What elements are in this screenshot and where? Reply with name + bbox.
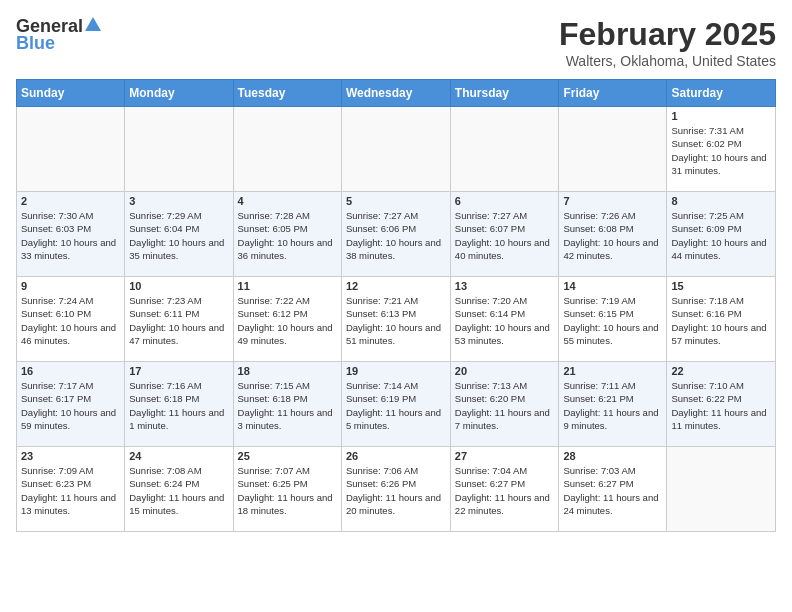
day-number: 8 (671, 195, 771, 207)
day-number: 27 (455, 450, 555, 462)
day-number: 16 (21, 365, 120, 377)
day-sun-info: Sunrise: 7:28 AMSunset: 6:05 PMDaylight:… (238, 209, 337, 262)
day-sun-info: Sunrise: 7:13 AMSunset: 6:20 PMDaylight:… (455, 379, 555, 432)
calendar-cell (559, 107, 667, 192)
day-sun-info: Sunrise: 7:27 AMSunset: 6:07 PMDaylight:… (455, 209, 555, 262)
calendar-cell: 26Sunrise: 7:06 AMSunset: 6:26 PMDayligh… (341, 447, 450, 532)
column-header-wednesday: Wednesday (341, 80, 450, 107)
day-number: 18 (238, 365, 337, 377)
day-number: 7 (563, 195, 662, 207)
day-number: 3 (129, 195, 228, 207)
day-sun-info: Sunrise: 7:20 AMSunset: 6:14 PMDaylight:… (455, 294, 555, 347)
day-sun-info: Sunrise: 7:03 AMSunset: 6:27 PMDaylight:… (563, 464, 662, 517)
calendar-cell: 23Sunrise: 7:09 AMSunset: 6:23 PMDayligh… (17, 447, 125, 532)
day-number: 1 (671, 110, 771, 122)
day-number: 15 (671, 280, 771, 292)
calendar-cell: 4Sunrise: 7:28 AMSunset: 6:05 PMDaylight… (233, 192, 341, 277)
day-sun-info: Sunrise: 7:17 AMSunset: 6:17 PMDaylight:… (21, 379, 120, 432)
day-number: 20 (455, 365, 555, 377)
day-sun-info: Sunrise: 7:09 AMSunset: 6:23 PMDaylight:… (21, 464, 120, 517)
day-sun-info: Sunrise: 7:25 AMSunset: 6:09 PMDaylight:… (671, 209, 771, 262)
day-number: 6 (455, 195, 555, 207)
day-sun-info: Sunrise: 7:07 AMSunset: 6:25 PMDaylight:… (238, 464, 337, 517)
day-sun-info: Sunrise: 7:22 AMSunset: 6:12 PMDaylight:… (238, 294, 337, 347)
calendar-cell: 8Sunrise: 7:25 AMSunset: 6:09 PMDaylight… (667, 192, 776, 277)
day-number: 12 (346, 280, 446, 292)
calendar-cell: 20Sunrise: 7:13 AMSunset: 6:20 PMDayligh… (450, 362, 559, 447)
logo-triangle-icon (85, 17, 101, 35)
day-number: 13 (455, 280, 555, 292)
day-sun-info: Sunrise: 7:24 AMSunset: 6:10 PMDaylight:… (21, 294, 120, 347)
day-sun-info: Sunrise: 7:10 AMSunset: 6:22 PMDaylight:… (671, 379, 771, 432)
title-area: February 2025 Walters, Oklahoma, United … (559, 16, 776, 69)
day-number: 10 (129, 280, 228, 292)
calendar-cell: 11Sunrise: 7:22 AMSunset: 6:12 PMDayligh… (233, 277, 341, 362)
calendar-cell (125, 107, 233, 192)
day-sun-info: Sunrise: 7:06 AMSunset: 6:26 PMDaylight:… (346, 464, 446, 517)
day-number: 19 (346, 365, 446, 377)
calendar-cell: 1Sunrise: 7:31 AMSunset: 6:02 PMDaylight… (667, 107, 776, 192)
column-header-friday: Friday (559, 80, 667, 107)
day-sun-info: Sunrise: 7:04 AMSunset: 6:27 PMDaylight:… (455, 464, 555, 517)
column-header-saturday: Saturday (667, 80, 776, 107)
day-number: 26 (346, 450, 446, 462)
calendar-week-row: 2Sunrise: 7:30 AMSunset: 6:03 PMDaylight… (17, 192, 776, 277)
day-number: 25 (238, 450, 337, 462)
calendar-cell: 10Sunrise: 7:23 AMSunset: 6:11 PMDayligh… (125, 277, 233, 362)
calendar-cell: 6Sunrise: 7:27 AMSunset: 6:07 PMDaylight… (450, 192, 559, 277)
column-header-sunday: Sunday (17, 80, 125, 107)
calendar-cell: 17Sunrise: 7:16 AMSunset: 6:18 PMDayligh… (125, 362, 233, 447)
calendar-cell: 25Sunrise: 7:07 AMSunset: 6:25 PMDayligh… (233, 447, 341, 532)
calendar-cell: 14Sunrise: 7:19 AMSunset: 6:15 PMDayligh… (559, 277, 667, 362)
svg-marker-0 (85, 17, 101, 31)
calendar-week-row: 16Sunrise: 7:17 AMSunset: 6:17 PMDayligh… (17, 362, 776, 447)
calendar-cell (450, 107, 559, 192)
day-sun-info: Sunrise: 7:14 AMSunset: 6:19 PMDaylight:… (346, 379, 446, 432)
day-number: 14 (563, 280, 662, 292)
day-number: 23 (21, 450, 120, 462)
day-number: 9 (21, 280, 120, 292)
day-sun-info: Sunrise: 7:31 AMSunset: 6:02 PMDaylight:… (671, 124, 771, 177)
calendar-week-row: 1Sunrise: 7:31 AMSunset: 6:02 PMDaylight… (17, 107, 776, 192)
calendar-week-row: 9Sunrise: 7:24 AMSunset: 6:10 PMDaylight… (17, 277, 776, 362)
header: General Blue February 2025 Walters, Okla… (16, 16, 776, 69)
day-sun-info: Sunrise: 7:21 AMSunset: 6:13 PMDaylight:… (346, 294, 446, 347)
calendar-subtitle: Walters, Oklahoma, United States (559, 53, 776, 69)
day-number: 28 (563, 450, 662, 462)
logo: General Blue (16, 16, 101, 54)
day-sun-info: Sunrise: 7:29 AMSunset: 6:04 PMDaylight:… (129, 209, 228, 262)
calendar-cell: 7Sunrise: 7:26 AMSunset: 6:08 PMDaylight… (559, 192, 667, 277)
day-number: 21 (563, 365, 662, 377)
day-number: 2 (21, 195, 120, 207)
calendar-cell: 19Sunrise: 7:14 AMSunset: 6:19 PMDayligh… (341, 362, 450, 447)
calendar-cell (667, 447, 776, 532)
day-sun-info: Sunrise: 7:23 AMSunset: 6:11 PMDaylight:… (129, 294, 228, 347)
day-number: 22 (671, 365, 771, 377)
calendar-title: February 2025 (559, 16, 776, 53)
calendar-cell: 15Sunrise: 7:18 AMSunset: 6:16 PMDayligh… (667, 277, 776, 362)
calendar-cell: 3Sunrise: 7:29 AMSunset: 6:04 PMDaylight… (125, 192, 233, 277)
calendar-table: SundayMondayTuesdayWednesdayThursdayFrid… (16, 79, 776, 532)
calendar-cell: 18Sunrise: 7:15 AMSunset: 6:18 PMDayligh… (233, 362, 341, 447)
day-sun-info: Sunrise: 7:18 AMSunset: 6:16 PMDaylight:… (671, 294, 771, 347)
calendar-cell: 16Sunrise: 7:17 AMSunset: 6:17 PMDayligh… (17, 362, 125, 447)
calendar-cell: 22Sunrise: 7:10 AMSunset: 6:22 PMDayligh… (667, 362, 776, 447)
calendar-header-row: SundayMondayTuesdayWednesdayThursdayFrid… (17, 80, 776, 107)
logo-blue-text: Blue (16, 33, 55, 54)
day-sun-info: Sunrise: 7:27 AMSunset: 6:06 PMDaylight:… (346, 209, 446, 262)
day-sun-info: Sunrise: 7:30 AMSunset: 6:03 PMDaylight:… (21, 209, 120, 262)
day-number: 24 (129, 450, 228, 462)
calendar-cell: 9Sunrise: 7:24 AMSunset: 6:10 PMDaylight… (17, 277, 125, 362)
day-sun-info: Sunrise: 7:15 AMSunset: 6:18 PMDaylight:… (238, 379, 337, 432)
column-header-monday: Monday (125, 80, 233, 107)
calendar-cell (341, 107, 450, 192)
calendar-cell: 5Sunrise: 7:27 AMSunset: 6:06 PMDaylight… (341, 192, 450, 277)
calendar-cell: 2Sunrise: 7:30 AMSunset: 6:03 PMDaylight… (17, 192, 125, 277)
day-number: 4 (238, 195, 337, 207)
calendar-cell: 13Sunrise: 7:20 AMSunset: 6:14 PMDayligh… (450, 277, 559, 362)
day-sun-info: Sunrise: 7:08 AMSunset: 6:24 PMDaylight:… (129, 464, 228, 517)
day-number: 11 (238, 280, 337, 292)
calendar-cell: 28Sunrise: 7:03 AMSunset: 6:27 PMDayligh… (559, 447, 667, 532)
calendar-cell: 12Sunrise: 7:21 AMSunset: 6:13 PMDayligh… (341, 277, 450, 362)
calendar-cell: 27Sunrise: 7:04 AMSunset: 6:27 PMDayligh… (450, 447, 559, 532)
